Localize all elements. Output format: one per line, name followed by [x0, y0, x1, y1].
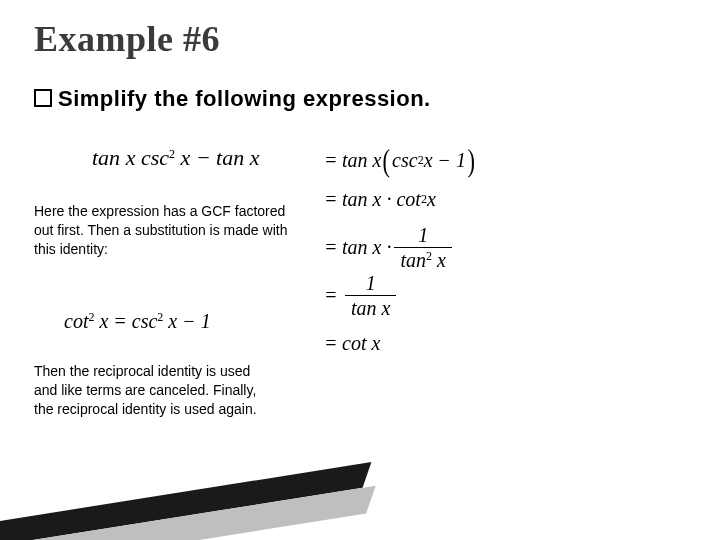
frac-num: 1	[394, 224, 451, 246]
frac-den: tan2 x	[394, 249, 451, 271]
identity-equation: cot2 x = csc2 x − 1	[64, 310, 211, 333]
frac-num: 1	[345, 272, 396, 294]
prompt-text: Simplify the following expression.	[58, 86, 431, 111]
step-2: = tan x · cot2 x	[320, 175, 477, 223]
step-3: = tan x · 1tan2 x	[320, 223, 477, 271]
prompt-line: Simplify the following expression.	[34, 86, 431, 112]
note-gcf: Here the expression has a GCF factored o…	[34, 202, 294, 259]
step-4: = 1tan x	[320, 271, 477, 319]
frac-den: tan x	[345, 297, 396, 319]
step-5: = cot x	[320, 319, 477, 367]
bullet-icon	[34, 89, 52, 107]
slide-title: Example #6	[34, 18, 220, 60]
step-1: = tan x(csc2 x − 1)	[320, 145, 477, 175]
derivation-steps: = tan x(csc2 x − 1) = tan x · cot2 x = t…	[320, 145, 477, 367]
expression-main: tan x csc2 x − tan x	[92, 145, 259, 171]
